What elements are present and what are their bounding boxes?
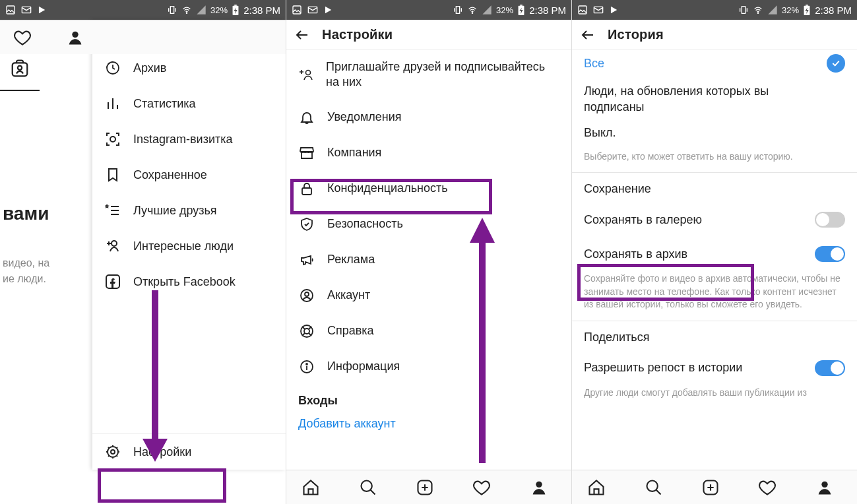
play-icon <box>323 5 333 15</box>
wifi-icon <box>467 5 478 15</box>
settings-item-ads[interactable]: Реклама <box>286 242 571 278</box>
drawer-item-saved[interactable]: Сохраненное <box>92 157 286 193</box>
signal-icon <box>196 5 206 15</box>
bookmark-icon <box>104 166 121 183</box>
battery-icon <box>517 5 525 15</box>
lock-icon <box>298 180 315 197</box>
save-archive-row[interactable]: Сохранять в архив <box>572 237 857 271</box>
add-account-link[interactable]: Добавить аккаунт <box>286 414 571 440</box>
bell-icon <box>298 109 315 126</box>
share-header: Поделиться <box>572 321 857 351</box>
status-bar: 32% 2:38 PM <box>286 0 571 20</box>
reply-option-following[interactable]: Люди, на обновления которых вы подписаны <box>572 77 857 119</box>
clock-text: 2:38 PM <box>243 5 280 16</box>
image-icon <box>577 5 588 15</box>
invite-icon <box>298 66 314 83</box>
back-arrow-icon[interactable] <box>294 27 310 43</box>
svg-point-18 <box>472 13 472 13</box>
nav-search[interactable] <box>359 478 385 497</box>
shop-icon <box>298 144 315 162</box>
story-settings: Все Люди, на обновления которых вы подпи… <box>572 50 857 470</box>
battery-icon <box>232 5 239 15</box>
drawer-item-discover[interactable]: Интересные люди <box>92 228 286 264</box>
image-icon <box>292 5 302 15</box>
profile-underlay: вами видео, на ие люди. <box>0 20 92 470</box>
settings-item-invite[interactable]: Приглашайте друзей и подписывайтесь на н… <box>286 50 571 100</box>
settings-item-account[interactable]: Аккаунт <box>286 278 571 313</box>
back-arrow-icon[interactable] <box>580 27 596 43</box>
drawer-item-label: Сохраненное <box>133 168 207 182</box>
drawer-item-facebook[interactable]: Открыть Facebook <box>92 264 286 299</box>
allow-reshare-label: Разрешить репост в истории <box>584 361 742 375</box>
svg-rect-38 <box>806 5 808 6</box>
nav-activity[interactable] <box>13 28 40 47</box>
megaphone-icon <box>298 251 315 268</box>
settings-item-label: Аккаунт <box>327 288 370 302</box>
svg-point-26 <box>304 329 309 334</box>
nav-add[interactable] <box>701 478 728 497</box>
help-buoy-icon <box>298 323 315 340</box>
bottom-nav <box>286 470 571 504</box>
drawer-item-insights[interactable]: Статистика <box>92 86 286 121</box>
drawer-item-nametag[interactable]: Instagram-визитка <box>92 121 286 157</box>
drawer-item-label: Интересные люди <box>133 239 234 253</box>
drawer-item-archive[interactable]: Архив <box>92 50 286 86</box>
status-bar: 32% 2:38 PM <box>572 0 857 20</box>
play-icon <box>609 5 618 15</box>
svg-point-9 <box>111 241 117 246</box>
nav-search[interactable] <box>645 478 671 497</box>
drawer-item-close-friends[interactable]: Лучшие друзья <box>92 193 286 228</box>
svg-point-39 <box>647 480 657 491</box>
clock-text: 2:38 PM <box>815 5 852 16</box>
allow-reshare-row[interactable]: Разрешить репост в истории <box>572 351 857 385</box>
nav-activity[interactable] <box>758 478 784 497</box>
nav-profile[interactable] <box>530 478 556 497</box>
mail-icon <box>593 5 604 15</box>
nav-home[interactable] <box>302 478 328 497</box>
save-archive-toggle[interactable] <box>815 246 845 262</box>
clock-text: 2:38 PM <box>529 5 566 16</box>
svg-point-31 <box>536 481 542 487</box>
nav-add[interactable] <box>416 478 442 497</box>
settings-item-help[interactable]: Справка <box>286 313 571 349</box>
nav-home[interactable] <box>587 478 614 497</box>
settings-item-privacy[interactable]: Конфиденциальность <box>286 171 571 206</box>
nametag-icon <box>104 131 121 148</box>
save-gallery-toggle[interactable] <box>815 212 845 228</box>
reply-option-all[interactable]: Все <box>572 50 857 77</box>
reply-option-following-label: Люди, на обновления которых вы подписаны <box>584 83 795 115</box>
svg-point-2 <box>186 13 187 13</box>
tag-people-icon[interactable] <box>7 55 33 82</box>
save-gallery-row[interactable]: Сохранять в галерею <box>572 203 857 237</box>
settings-item-label: Справка <box>327 324 374 338</box>
settings-list: Приглашайте друзей и подписывайтесь на н… <box>286 50 571 470</box>
settings-item-security[interactable]: Безопасность <box>286 206 571 242</box>
drawer-item-label: Статистика <box>133 97 196 111</box>
annotation-arrow-down <box>139 290 172 463</box>
svg-point-29 <box>361 480 371 491</box>
play-icon <box>37 5 46 15</box>
add-account-label: Добавить аккаунт <box>298 417 396 431</box>
battery-text: 32% <box>210 5 228 15</box>
nav-profile[interactable] <box>66 28 92 47</box>
tab-label: вами <box>0 91 92 224</box>
allow-reshare-toggle[interactable] <box>815 360 845 376</box>
svg-point-24 <box>305 292 309 296</box>
reply-option-off[interactable]: Выкл. <box>572 119 857 149</box>
settings-item-business[interactable]: Компания <box>286 135 571 171</box>
vibrate-icon <box>453 5 463 15</box>
wifi-icon <box>753 5 763 15</box>
screen-settings: 32% 2:38 PM Настройки Приглашайте друзей… <box>286 0 571 504</box>
svg-marker-15 <box>143 439 168 462</box>
settings-item-notifications[interactable]: Уведомления <box>286 100 571 135</box>
settings-item-about[interactable]: Информация <box>286 349 571 385</box>
svg-point-6 <box>18 66 22 70</box>
list-star-icon <box>104 202 121 219</box>
shield-icon <box>298 216 315 233</box>
reshare-hint: Другие люди смогут добавлять ваши публик… <box>572 385 857 402</box>
nav-profile[interactable] <box>815 478 842 497</box>
drawer-item-settings[interactable]: Настройки <box>92 434 286 470</box>
nav-activity[interactable] <box>472 478 499 497</box>
signal-icon <box>482 5 492 15</box>
bottom-nav <box>572 470 857 504</box>
